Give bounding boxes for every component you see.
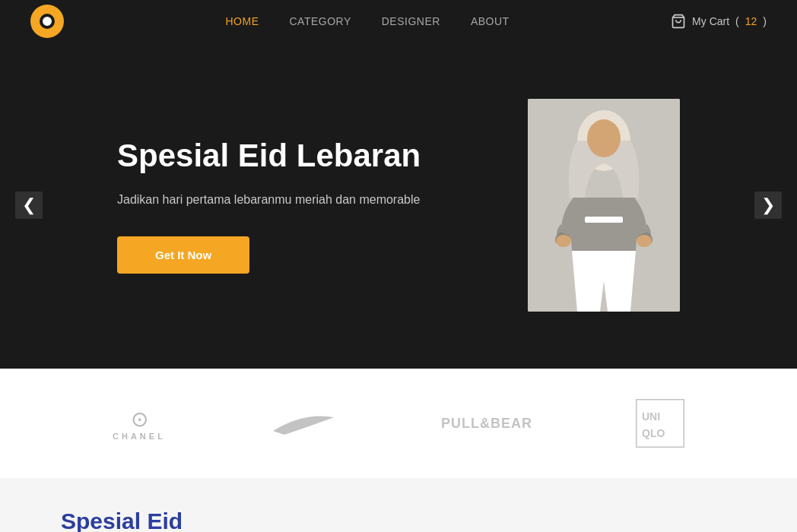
pull-bear-label: PULL&BEAR: [441, 416, 532, 432]
svg-point-5: [556, 235, 571, 247]
logo[interactable]: [30, 5, 64, 38]
uniqlo-logo-icon: UNI QLO: [636, 399, 684, 448]
chanel-logo-icon: ⊙: [131, 407, 147, 432]
nav-item-category[interactable]: CATEGORY: [289, 14, 351, 28]
brand-pull-bear: PULL&BEAR: [441, 416, 532, 432]
nav-item-designer[interactable]: DESIGNER: [382, 14, 440, 28]
hero-subtitle: Jadikan hari pertama lebaranmu meriah da…: [117, 190, 482, 210]
hero-section: ❮ Spesial Eid Lebaran Jadikan hari perta…: [0, 42, 797, 369]
get-it-now-button[interactable]: Get It Now: [117, 236, 249, 274]
featured-section: Spesial Eid Promo pakaian cocok untuk le…: [0, 478, 797, 532]
svg-text:QLO: QLO: [642, 427, 665, 439]
cart-area[interactable]: My Cart (12): [671, 14, 767, 29]
hero-content: Spesial Eid Lebaran Jadikan hari pertama…: [117, 137, 482, 274]
nav-link-category[interactable]: CATEGORY: [289, 15, 351, 27]
cart-label: My Cart: [692, 15, 729, 27]
nav-link-designer[interactable]: DESIGNER: [382, 15, 440, 27]
logo-icon: [40, 14, 55, 29]
cart-icon: [671, 14, 686, 29]
carousel-next-button[interactable]: ❯: [754, 192, 782, 219]
cart-count: 12: [745, 15, 757, 27]
svg-text:UNI: UNI: [642, 410, 660, 423]
svg-rect-7: [636, 399, 684, 448]
chanel-label: CHANEL: [113, 432, 166, 441]
svg-point-3: [587, 119, 621, 157]
featured-title: Spesial Eid: [61, 508, 736, 532]
nav-links: HOME CATEGORY DESIGNER ABOUT: [225, 14, 509, 28]
nav-link-about[interactable]: ABOUT: [471, 15, 510, 27]
hero-image: [528, 99, 680, 312]
hero-image-wrapper: [528, 99, 680, 312]
navbar: HOME CATEGORY DESIGNER ABOUT My Cart (12…: [0, 0, 797, 42]
hero-person-illustration: [528, 99, 680, 312]
nike-swoosh-icon: [269, 408, 338, 439]
hero-title: Spesial Eid Lebaran: [117, 137, 482, 175]
svg-point-6: [637, 235, 652, 247]
svg-rect-4: [585, 217, 623, 223]
brand-uniqlo: UNI QLO: [636, 399, 684, 448]
nav-link-home[interactable]: HOME: [225, 15, 259, 27]
carousel-prev-button[interactable]: ❮: [15, 192, 43, 219]
nav-item-home[interactable]: HOME: [225, 14, 259, 28]
brands-section: ⊙ CHANEL PULL&BEAR UNI QLO: [0, 369, 797, 478]
brand-nike: [269, 408, 338, 439]
brand-chanel: ⊙ CHANEL: [113, 407, 166, 441]
nav-item-about[interactable]: ABOUT: [471, 14, 510, 28]
